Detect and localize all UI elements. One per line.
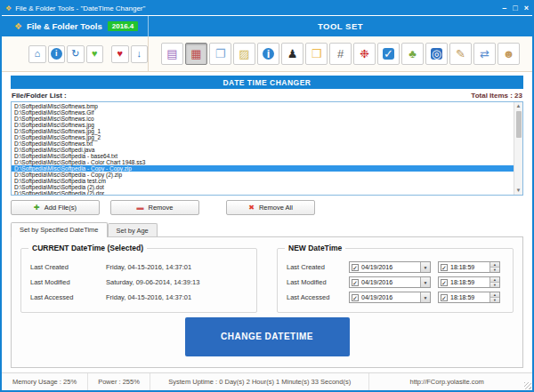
time-spin-buttons[interactable]: ▴ ▾	[490, 277, 499, 287]
file-list-item[interactable]: D:\Softpedia\Misc\Softpedia - Copy - Cop…	[12, 165, 514, 172]
tab-bar: Set by Specified DateTime Set by Age	[9, 219, 525, 237]
spin-down-icon[interactable]: ▾	[490, 283, 499, 287]
time-spin-buttons[interactable]: ▴ ▾	[490, 262, 499, 272]
scroll-up-icon[interactable]: ▲	[516, 102, 522, 110]
file-list-item[interactable]: D:\Softpedia\Misc\Softnews.bmp	[12, 103, 514, 109]
app-logo-icon: ❖	[14, 21, 22, 31]
app-name: File & Folder Tools	[27, 21, 102, 31]
maximize-button[interactable]: □	[513, 4, 517, 12]
row-label: Last Created	[30, 263, 106, 271]
chevron-down-icon[interactable]: ▼	[420, 277, 430, 287]
write-button[interactable]: ✎	[449, 43, 472, 65]
scrollbar-thumb[interactable]	[516, 111, 522, 138]
share-image-icon: ⇄	[480, 48, 490, 60]
spin-down-icon[interactable]: ▾	[490, 298, 499, 302]
shield-check-button[interactable]: ✓	[377, 43, 400, 65]
spin-down-icon[interactable]: ▾	[490, 268, 499, 272]
info-icon: i	[51, 48, 62, 60]
time-spinner-last-accessed[interactable]: ✓ 18:18:59 ▴ ▾	[438, 292, 500, 303]
add-files-button[interactable]: ✚ Add File(s)	[11, 200, 100, 215]
remove-all-button[interactable]: ✖ Remove All	[226, 200, 315, 215]
file-list-item[interactable]: D:\Softpedia\Misc\Softpedi.java	[12, 147, 514, 153]
information-icon: i	[263, 48, 274, 60]
chevron-down-icon[interactable]: ▼	[420, 292, 430, 302]
date-picker-last-modified[interactable]: ✓ 04/19/2016 ▼	[349, 276, 431, 288]
file-list-container: D:\Softpedia\Misc\Softnews.bmpD:\Softped…	[11, 101, 523, 196]
main-panel: DATE TIME CHANGER File/Folder List : Tot…	[2, 72, 532, 372]
time-spinner-last-created[interactable]: ✓ 18:18:59 ▴ ▾	[438, 261, 500, 273]
toolbar-left: ⌂i↻♥♥↓	[2, 36, 149, 71]
copy-button[interactable]: ❐	[209, 43, 231, 65]
notes-button[interactable]: ▤	[161, 43, 183, 65]
scrollbar[interactable]: ▲ ▼	[514, 102, 522, 195]
file-list-item[interactable]: D:\Softpedia\Misc\Softnews.ico	[12, 116, 514, 122]
row-label: Last Modified	[30, 278, 106, 286]
copy-icon: ❐	[215, 48, 226, 60]
file-list-item[interactable]: D:\Softpedia\Misc\Softpedia test.cm	[12, 178, 514, 184]
time-spinner-last-modified[interactable]: ✓ 18:18:59 ▴ ▾	[438, 276, 500, 288]
file-list-item[interactable]: D:\Softpedia\Misc\Softpedia (2).dot	[12, 184, 514, 190]
remove-button[interactable]: ▬ Remove	[110, 200, 199, 215]
search-button[interactable]: ◎	[425, 43, 448, 65]
folder-button[interactable]: ❒	[305, 43, 328, 65]
time-checkbox[interactable]: ✓	[441, 264, 448, 271]
time-checkbox[interactable]: ✓	[441, 294, 448, 301]
file-list[interactable]: D:\Softpedia\Misc\Softnews.bmpD:\Softped…	[12, 102, 514, 195]
user-lock-icon: ☻	[503, 48, 515, 60]
tab-set-by-specified-datetime[interactable]: Set by Specified DateTime	[11, 222, 108, 237]
info-button[interactable]: i	[48, 45, 66, 63]
footprints-button[interactable]: ♣	[401, 43, 424, 65]
row-label: Last Accessed	[30, 293, 106, 301]
download-button[interactable]: ↓	[131, 45, 149, 63]
file-list-label: File/Folder List :	[12, 92, 67, 100]
favorite-button[interactable]: ♥	[86, 45, 104, 63]
tab-set-by-age[interactable]: Set by Age	[108, 223, 158, 237]
file-list-item[interactable]: D:\Softpedia\Misc\Softnews.jpg_1	[12, 128, 514, 134]
file-list-item[interactable]: D:\Softpedia\Misc\Softpedia - base64.txt	[12, 153, 514, 159]
shredder-icon: ♟	[287, 48, 298, 60]
shredder-button[interactable]: ♟	[281, 43, 303, 65]
chevron-down-icon[interactable]: ▼	[420, 262, 430, 272]
datetime-changer-button[interactable]: ▦	[185, 43, 207, 65]
user-lock-button[interactable]: ☻	[498, 43, 520, 65]
date-picker-last-accessed[interactable]: ✓ 04/19/2016 ▼	[349, 292, 431, 303]
save-button[interactable]: ▨	[233, 43, 255, 65]
file-list-item[interactable]: D:\Softpedia\Misc\Softnews.jpg	[12, 122, 514, 128]
date-value: 04/19/2016	[361, 279, 420, 285]
shield-check-icon: ✓	[383, 48, 394, 60]
file-list-item[interactable]: D:\Softpedia\Misc\Softnews.Gif	[12, 109, 514, 116]
new-datetime-row: Last Accessed ✓ 04/19/2016 ▼ ✓ 18:18:59 …	[287, 290, 506, 305]
change-datetime-button[interactable]: CHANGE DATETIME	[185, 317, 350, 356]
file-list-item[interactable]: D:\Softpedia\Misc\Softnews.txt	[12, 140, 514, 147]
donate-heart-button[interactable]: ♥	[111, 45, 129, 63]
row-value: Friday, 04-15-2016, 14:37:01	[106, 293, 191, 301]
file-list-item[interactable]: D:\Softpedia\Misc\Softpedia - Color Char…	[12, 159, 514, 165]
minimize-button[interactable]: –	[502, 4, 506, 12]
refresh-button[interactable]: ↻	[67, 45, 85, 63]
new-datetime-row: Last Created ✓ 04/19/2016 ▼ ✓ 18:18:59 ▴…	[287, 260, 506, 275]
date-checkbox[interactable]: ✓	[352, 264, 359, 271]
file-list-item[interactable]: D:\Softpedia\Misc\Softnews.jpg_2	[12, 134, 514, 140]
time-spin-buttons[interactable]: ▴ ▾	[490, 292, 499, 302]
date-checkbox[interactable]: ✓	[352, 294, 359, 301]
row-label: Last Modified	[287, 278, 349, 286]
website-link[interactable]: http://FCorp.yolasite.com	[368, 373, 524, 390]
date-picker-last-created[interactable]: ✓ 04/19/2016 ▼	[349, 261, 431, 273]
remove-label: Remove	[149, 204, 174, 212]
row-label: Last Accessed	[287, 293, 349, 301]
file-list-item[interactable]: D:\Softpedia\Misc\Softpedia (2).dpr	[12, 190, 514, 195]
date-checkbox[interactable]: ✓	[352, 279, 359, 286]
share-image-button[interactable]: ⇄	[473, 43, 496, 65]
home-button[interactable]: ⌂	[28, 45, 46, 63]
bug-button[interactable]: ❉	[353, 43, 376, 65]
information-button[interactable]: i	[257, 43, 279, 65]
close-button[interactable]: ×	[524, 4, 529, 12]
row-label: Last Created	[287, 263, 349, 271]
resize-grip[interactable]	[524, 382, 531, 389]
scroll-down-icon[interactable]: ▼	[516, 187, 522, 195]
time-checkbox[interactable]: ✓	[441, 279, 448, 286]
plus-icon: ✚	[34, 204, 40, 212]
file-list-item[interactable]: D:\Softpedia\Misc\Softpedia - Copy (2).z…	[12, 172, 514, 178]
checksum-button[interactable]: #	[329, 43, 352, 65]
new-datetime-row: Last Modified ✓ 04/19/2016 ▼ ✓ 18:18:59 …	[287, 275, 506, 290]
